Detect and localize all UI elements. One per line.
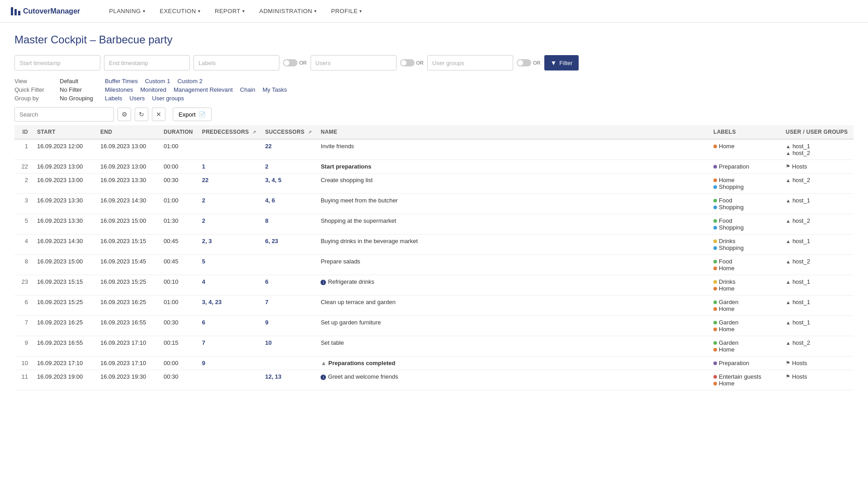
nav-item-execution[interactable]: EXECUTION ▾ bbox=[152, 0, 208, 23]
cell-successors[interactable]: 2 bbox=[260, 160, 316, 174]
quick-filter-management[interactable]: Management Relevant bbox=[174, 86, 233, 93]
cell-predecessors[interactable]: 3, 4, 23 bbox=[198, 296, 261, 316]
successor-link[interactable]: 8 bbox=[265, 217, 268, 224]
predecessor-link[interactable]: 9 bbox=[202, 360, 205, 366]
cell-successors[interactable]: 12, 13 bbox=[260, 370, 316, 390]
cell-predecessors[interactable] bbox=[198, 370, 261, 390]
successor-link[interactable]: 3, 4, 5 bbox=[265, 177, 281, 183]
end-timestamp-input[interactable] bbox=[104, 55, 190, 70]
successor-link[interactable]: 12, 13 bbox=[265, 373, 281, 380]
successor-link[interactable]: 9 bbox=[265, 319, 268, 326]
cell-duration: 00:30 bbox=[159, 370, 198, 390]
cell-duration: 00:30 bbox=[159, 174, 198, 194]
cell-predecessors[interactable]: 6 bbox=[198, 316, 261, 336]
cell-predecessors[interactable]: 1 bbox=[198, 160, 261, 174]
cell-successors[interactable]: 7 bbox=[260, 296, 316, 316]
brand-logo[interactable]: CutoverManager bbox=[11, 7, 80, 15]
cell-successors[interactable] bbox=[260, 357, 316, 370]
quick-filter-monitored[interactable]: Monitored bbox=[140, 86, 166, 93]
cell-predecessors[interactable]: 9 bbox=[198, 357, 261, 370]
group-by-labels[interactable]: Labels bbox=[105, 95, 122, 102]
table-body: 116.09.2023 12:0016.09.2023 13:0001:0022… bbox=[14, 139, 854, 390]
group-by-usergroups[interactable]: User groups bbox=[152, 95, 184, 102]
or-toggle-users[interactable] bbox=[400, 59, 415, 66]
labels-input[interactable] bbox=[193, 55, 279, 70]
view-link-custom2[interactable]: Custom 2 bbox=[177, 78, 203, 84]
cell-predecessors[interactable]: 5 bbox=[198, 255, 261, 275]
navbar: CutoverManager PLANNING ▾ EXECUTION ▾ RE… bbox=[0, 0, 868, 23]
or-toggle-groups[interactable] bbox=[517, 59, 531, 66]
cell-predecessors[interactable]: 7 bbox=[198, 336, 261, 357]
label-text: Entertain guests bbox=[719, 373, 761, 380]
label-tag: Food bbox=[713, 197, 777, 204]
quick-filter-milestones[interactable]: Milestones bbox=[105, 86, 133, 93]
start-timestamp-input[interactable] bbox=[14, 55, 100, 70]
predecessor-link[interactable]: 5 bbox=[202, 258, 205, 265]
users-input[interactable] bbox=[311, 55, 396, 70]
predecessor-link[interactable]: 1 bbox=[202, 163, 205, 170]
label-tag: Home bbox=[713, 285, 777, 292]
cell-successors[interactable]: 8 bbox=[260, 214, 316, 235]
view-link-custom1[interactable]: Custom 1 bbox=[145, 78, 170, 84]
nav-item-administration[interactable]: ADMINISTRATION ▾ bbox=[252, 0, 324, 23]
cell-predecessors[interactable]: 2 bbox=[198, 194, 261, 214]
cell-successors[interactable]: 6 bbox=[260, 275, 316, 296]
predecessor-link[interactable]: 7 bbox=[202, 339, 205, 346]
user-icon: ▲ bbox=[786, 300, 791, 305]
cell-successors[interactable]: 3, 4, 5 bbox=[260, 174, 316, 194]
search-input[interactable] bbox=[14, 107, 114, 122]
cell-users: ▲host_2 bbox=[781, 255, 854, 275]
successor-link[interactable]: 6 bbox=[265, 278, 268, 285]
filter-settings-button[interactable]: ⚙ bbox=[118, 108, 131, 121]
user-icon: ▲ bbox=[786, 144, 791, 149]
label-dot bbox=[713, 348, 717, 352]
nav-item-report[interactable]: REPORT ▾ bbox=[208, 0, 252, 23]
predecessor-link[interactable]: 2 bbox=[202, 197, 205, 204]
group-by-value: No Grouping bbox=[60, 95, 105, 102]
export-button[interactable]: Export 📄 bbox=[173, 108, 212, 121]
group-by-users[interactable]: Users bbox=[129, 95, 145, 102]
successor-link[interactable]: 2 bbox=[265, 163, 268, 170]
predecessor-link[interactable]: 3, 4, 23 bbox=[202, 299, 222, 305]
successor-link[interactable]: 10 bbox=[265, 339, 271, 346]
cell-successors[interactable]: 6, 23 bbox=[260, 235, 316, 255]
successor-link[interactable]: 22 bbox=[265, 143, 271, 150]
cell-successors[interactable]: 9 bbox=[260, 316, 316, 336]
predecessor-link[interactable]: 6 bbox=[202, 319, 205, 326]
nav-item-profile[interactable]: PROFILE ▾ bbox=[324, 0, 369, 23]
predecessor-link[interactable]: 2, 3 bbox=[202, 238, 212, 244]
cell-labels: DrinksHome bbox=[709, 275, 781, 296]
cell-successors[interactable] bbox=[260, 255, 316, 275]
cell-predecessors[interactable]: 22 bbox=[198, 174, 261, 194]
or-toggle-labels[interactable] bbox=[283, 59, 297, 66]
successor-link[interactable]: 7 bbox=[265, 299, 268, 305]
cell-successors[interactable]: 10 bbox=[260, 336, 316, 357]
view-link-buffer-times[interactable]: Buffer Times bbox=[105, 78, 138, 84]
predecessor-link[interactable]: 4 bbox=[202, 278, 205, 285]
quick-filter-mytasks[interactable]: My Tasks bbox=[263, 86, 287, 93]
chevron-down-icon: ▾ bbox=[143, 9, 146, 14]
quick-filter-chain[interactable]: Chain bbox=[240, 86, 255, 93]
nav-item-planning[interactable]: PLANNING ▾ bbox=[102, 0, 152, 23]
refresh-button[interactable]: ↻ bbox=[135, 108, 148, 121]
filter-button[interactable]: ▼ Filter bbox=[544, 55, 579, 70]
cell-users: ⚑Hosts bbox=[781, 370, 854, 390]
th-start: START bbox=[33, 125, 96, 139]
successor-link[interactable]: 4, 6 bbox=[265, 197, 275, 204]
label-dot bbox=[713, 280, 717, 284]
cell-predecessors[interactable]: 2 bbox=[198, 214, 261, 235]
cell-predecessors[interactable]: 2, 3 bbox=[198, 235, 261, 255]
predecessor-link[interactable]: 2 bbox=[202, 217, 205, 224]
user-entry: ▲host_1 bbox=[786, 278, 849, 285]
cell-predecessors[interactable]: 4 bbox=[198, 275, 261, 296]
predecessor-link[interactable]: 22 bbox=[202, 177, 208, 183]
label-dot bbox=[713, 219, 717, 223]
clear-filters-button[interactable]: ✕ bbox=[152, 108, 165, 121]
cell-successors[interactable]: 22 bbox=[260, 139, 316, 160]
user-groups-input[interactable] bbox=[427, 55, 513, 70]
cell-predecessors[interactable] bbox=[198, 139, 261, 160]
cell-labels: FoodShopping bbox=[709, 214, 781, 235]
successor-link[interactable]: 6, 23 bbox=[265, 238, 278, 244]
cell-successors[interactable]: 4, 6 bbox=[260, 194, 316, 214]
cell-start: 16.09.2023 13:00 bbox=[33, 174, 96, 194]
